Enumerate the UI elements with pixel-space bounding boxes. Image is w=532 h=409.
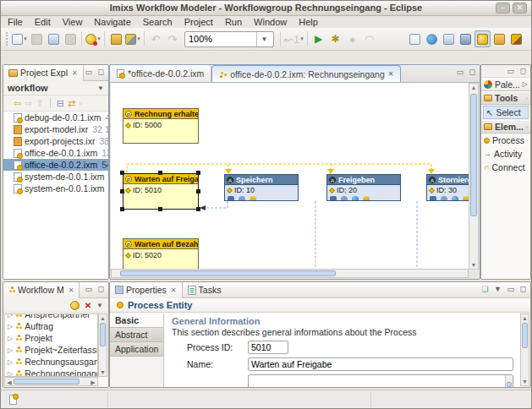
file-row-selected[interactable]: office-de-0.0.2.ixm 543 <box>3 159 108 171</box>
breadcrumb[interactable]: workflow ▼ <box>3 81 108 95</box>
process-id-field[interactable] <box>248 341 288 354</box>
models-vertical-scrollbar[interactable]: ▲ ▼ <box>98 314 107 377</box>
expand-icon[interactable]: ▷ <box>8 370 13 378</box>
scroll-left-arrow[interactable]: ◀ <box>6 379 13 386</box>
save-all-button[interactable] <box>46 30 61 47</box>
file-row[interactable]: debug-de-0.0.1.ixm 43 2 <box>3 112 108 123</box>
tab-rechnungseingang[interactable]: office-de-0.0.2.ixm: Rechnungseingang ✕ <box>211 65 401 82</box>
side-tab-application[interactable]: Application <box>110 342 163 357</box>
workflow-group-row[interactable]: ▷ Auftrag <box>5 320 97 332</box>
selection-handle[interactable] <box>196 171 200 175</box>
close-icon[interactable]: ✕ <box>72 69 78 77</box>
view-minmax-buttons[interactable]: ❏ ▼ ▭ ◻ <box>482 285 528 293</box>
pin-icon[interactable]: ◦ <box>526 123 529 131</box>
file-row[interactable]: office-de-0.0.1.ixm 135 2 <box>3 147 108 159</box>
palette-tool-select[interactable]: ↖ Select <box>483 106 529 119</box>
workflow-group-row[interactable]: ▷ Projekt <box>5 332 97 344</box>
selection-handle[interactable] <box>120 207 124 211</box>
close-icon[interactable]: ✕ <box>388 70 394 78</box>
scroll-down-arrow[interactable]: ▼ <box>99 369 107 375</box>
tab-tasks[interactable]: Tasks <box>183 282 227 298</box>
editor-vertical-scrollbar[interactable]: ▲ ▼ <box>469 83 479 270</box>
menu-edit[interactable]: Edit <box>35 17 58 28</box>
close-button[interactable]: ✕ <box>513 3 527 14</box>
file-row[interactable]: export-model.ixr 32 12. <box>3 123 108 135</box>
textarea-scrollbar[interactable] <box>505 375 513 387</box>
selection-handle[interactable] <box>120 189 124 194</box>
open-perspective-button[interactable] <box>407 30 423 47</box>
selection-handle[interactable] <box>120 171 124 175</box>
table-perspective-button[interactable] <box>458 30 474 47</box>
palette-section-tools[interactable]: Tools ◦ <box>481 91 530 105</box>
hand-button[interactable]: ◠ <box>362 30 377 47</box>
palette-tool-process[interactable]: Process <box>481 134 530 147</box>
menu-run[interactable]: Run <box>225 17 249 28</box>
editor-horizontal-scrollbar[interactable] <box>111 269 469 278</box>
menu-navigate[interactable]: Navigate <box>94 17 137 28</box>
process-node-warten-auf-bezahlung[interactable]: PWarten auf Bezahl... ID: 5020 <box>123 238 199 270</box>
redo-button[interactable]: ↷ <box>165 30 180 47</box>
side-tab-basic[interactable]: Basic <box>110 314 163 328</box>
expand-icon[interactable]: ▷ <box>8 335 13 342</box>
expand-icon[interactable]: ▷ <box>8 358 13 366</box>
selection-handle[interactable] <box>158 171 162 175</box>
up-arrow-icon[interactable]: ⇧ <box>36 99 43 108</box>
selection-handle[interactable] <box>196 189 200 194</box>
link-editor-icon[interactable]: ⇄ <box>68 99 75 108</box>
scrollbar-thumb[interactable] <box>100 323 106 346</box>
side-tab-abstract[interactable]: Abstract <box>110 328 163 342</box>
scroll-up-arrow[interactable]: ▲ <box>521 315 529 321</box>
web-perspective-button[interactable] <box>424 30 440 47</box>
scroll-right-arrow[interactable]: ▶ <box>90 379 96 386</box>
view-minmax-buttons[interactable]: ▭ ◻ <box>85 68 106 76</box>
scroll-up-arrow[interactable]: ▲ <box>99 315 107 321</box>
resource-perspective-button[interactable] <box>491 30 507 47</box>
menu-search[interactable]: Search <box>143 17 179 28</box>
workflow-group-row[interactable]: ▷ Projekt~Zeiterfassung <box>5 344 97 356</box>
menu-window[interactable]: Window <box>254 17 293 28</box>
menu-view[interactable]: View <box>63 17 90 28</box>
palette-minmax-buttons[interactable]: ▭ ◻ <box>507 67 528 75</box>
close-icon[interactable]: ✕ <box>171 286 177 294</box>
tab-project-explorer[interactable]: Project Expl ✕ <box>3 65 84 81</box>
scroll-up-arrow[interactable]: ▲ <box>469 85 478 90</box>
undo-button[interactable]: ↶ <box>148 30 163 47</box>
file-row[interactable]: export-projects.ixr 382 <box>3 135 108 147</box>
modeler-perspective-button[interactable] <box>474 30 491 47</box>
palette-section-elements[interactable]: Elem... ◦ <box>481 120 530 134</box>
workflow-canvas[interactable]: PRechnung erhalten ID: 5000 PWarten auf … <box>111 83 469 270</box>
zoom-dropdown-button[interactable]: ▼ <box>256 32 271 46</box>
process-node-warten-auf-freigabe[interactable]: PWarten auf Freigabe ID: 5010 <box>123 173 199 210</box>
workflow-perspective-button[interactable] <box>508 30 524 47</box>
file-row[interactable]: system-de-0.0.1.ixm 545 <box>3 171 108 183</box>
expand-icon[interactable]: ▷ <box>8 346 13 354</box>
models-horizontal-scrollbar[interactable]: ◀ ▶ <box>4 377 98 386</box>
selection-handle[interactable] <box>158 207 162 211</box>
annotate-button[interactable]: ▾ <box>125 30 140 47</box>
minimize-button[interactable]: – <box>496 3 510 14</box>
close-icon[interactable]: ✕ <box>69 286 74 294</box>
run-button[interactable]: ▶ <box>311 30 326 47</box>
java-perspective-button[interactable] <box>441 30 457 47</box>
scrollbar-thumb[interactable] <box>470 94 477 216</box>
name-field[interactable] <box>248 357 513 371</box>
view-menu-icon[interactable]: ◦ <box>79 99 82 108</box>
scroll-down-arrow[interactable]: ▼ <box>521 379 529 384</box>
collapse-arrow-icon[interactable]: ▷ <box>523 80 528 88</box>
stop-button[interactable]: ● <box>345 30 360 47</box>
process-node-rechnung-erhalten[interactable]: PRechnung erhalten ID: 5000 <box>123 108 199 144</box>
external-tools-button[interactable]: ✱ <box>328 30 343 47</box>
scrollbar-thumb[interactable] <box>120 270 336 276</box>
view-menu-icon[interactable]: ▼ <box>96 302 103 309</box>
tab-properties[interactable]: Properties ✕ <box>110 282 183 298</box>
open-button[interactable] <box>108 30 123 47</box>
print-button[interactable] <box>63 30 78 47</box>
collapse-all-icon[interactable]: ⊟ <box>57 99 64 108</box>
scrollbar-thumb[interactable] <box>14 379 80 384</box>
file-row[interactable]: system-en-0.0.1.ixm 545 <box>3 183 108 194</box>
activity-node-stornieren[interactable]: AStornieren ID: 30 <box>426 174 469 201</box>
delete-icon[interactable]: ✕ <box>85 301 91 310</box>
new-view-icon[interactable]: ❏ <box>482 285 491 293</box>
zoom-combo[interactable]: ▼ <box>184 31 274 47</box>
scrollbar-thumb[interactable] <box>522 323 528 348</box>
